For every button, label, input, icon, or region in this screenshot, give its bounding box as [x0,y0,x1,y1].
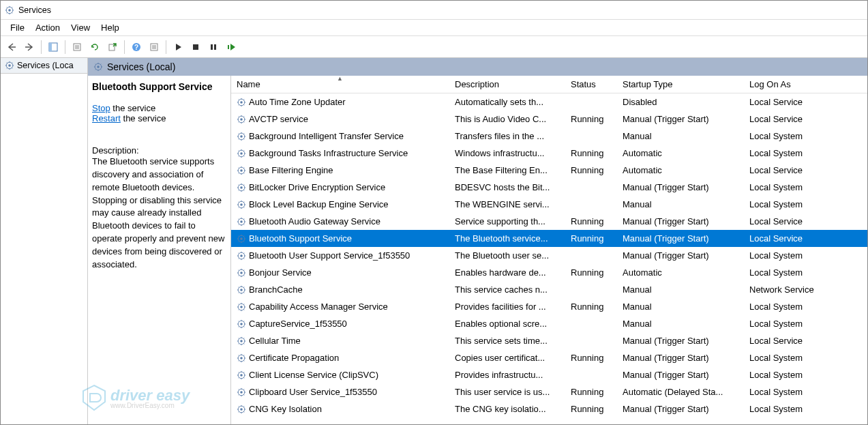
service-name: Bluetooth Support Service [249,233,352,244]
service-startup-type: Manual (Trigger Start) [617,351,744,364]
list-header: Name▲ Description Status Startup Type Lo… [231,76,867,93]
restart-service-button[interactable] [223,39,239,55]
service-name: AVCTP service [249,114,308,124]
tree-item-services-local[interactable]: Services (Loca [1,58,87,74]
service-description: The WBENGINE servi... [449,198,565,211]
list-button[interactable] [146,39,162,55]
service-name: Clipboard User Service_1f53550 [249,387,377,397]
column-status[interactable]: Status [565,76,617,92]
description-text: The Bluetooth service supports discovery… [92,156,225,272]
pause-service-button[interactable] [205,39,222,55]
gear-icon [237,200,246,209]
toolbar-separator [41,40,42,54]
gear-icon [237,405,246,414]
stop-service-button[interactable] [188,39,204,55]
service-row[interactable]: Capability Access Manager ServiceProvide… [231,298,867,315]
column-startup-type[interactable]: Startup Type [617,76,744,92]
service-status [565,101,617,104]
menu-help[interactable]: Help [95,21,125,34]
service-name: BitLocker Drive Encryption Service [249,182,385,192]
service-row[interactable]: AVCTP serviceThis is Audio Video C...Run… [231,111,867,128]
service-description: BDESVC hosts the Bit... [449,181,565,194]
svg-rect-3 [49,43,52,51]
service-log-on-as: Local System [744,147,846,160]
service-status: Running [565,113,617,126]
gear-icon [237,285,246,295]
service-description: Transfers files in the ... [449,130,565,143]
service-startup-type: Automatic [617,266,744,279]
service-row[interactable]: Bluetooth Support ServiceThe Bluetooth s… [231,230,867,247]
service-row[interactable]: Base Filtering EngineThe Base Filtering … [231,162,867,179]
app-icon [5,5,14,15]
service-row[interactable]: BitLocker Drive Encryption ServiceBDESVC… [231,179,867,196]
service-status: Running [565,402,617,415]
service-row[interactable]: Background Tasks Infrastructure ServiceW… [231,145,867,162]
service-description: The CNG key isolatio... [449,402,565,415]
refresh-button[interactable] [87,39,103,55]
service-row[interactable]: Bluetooth User Support Service_1f53550Th… [231,247,867,264]
service-startup-type: Manual [617,130,744,143]
service-log-on-as: Local System [744,181,846,194]
service-name: Block Level Backup Engine Service [249,199,389,209]
service-description: Automatically sets th... [449,96,565,108]
stop-suffix: the service [110,103,155,113]
gear-icon [237,217,246,226]
service-status [565,340,617,342]
export-button[interactable] [104,39,121,55]
toolbar-separator [65,40,65,54]
gear-icon [93,62,103,72]
svg-rect-15 [193,44,198,50]
service-status [565,186,617,189]
column-log-on-as[interactable]: Log On As [744,76,846,92]
service-description: This user service is us... [449,385,565,398]
service-status: Running [565,351,617,364]
service-name: Background Tasks Infrastructure Service [249,148,408,158]
service-log-on-as: Local System [744,402,846,415]
back-button[interactable] [3,39,20,55]
service-row[interactable]: Client License Service (ClipSVC)Provides… [231,366,867,383]
service-name: Client License Service (ClipSVC) [249,370,378,380]
gear-icon [237,251,246,261]
service-row[interactable]: BranchCacheThis service caches n...Manua… [231,281,867,298]
help-button[interactable]: ? [128,39,145,55]
gear-icon [237,115,246,124]
service-row[interactable]: Block Level Backup Engine ServiceThe WBE… [231,196,867,213]
stop-link[interactable]: Stop [92,103,110,113]
show-hide-tree-button[interactable] [45,39,61,55]
gear-icon [237,319,246,329]
column-name[interactable]: Name▲ [231,76,449,92]
menu-action[interactable]: Action [30,21,65,34]
service-row[interactable]: Bonjour ServiceEnables hardware de...Run… [231,264,867,281]
forward-button[interactable] [21,39,38,55]
service-row[interactable]: Bluetooth Audio Gateway ServiceService s… [231,213,867,230]
menu-file[interactable]: File [5,21,30,34]
service-description: The Bluetooth user se... [449,249,565,262]
service-startup-type: Manual (Trigger Start) [617,181,744,194]
properties-button[interactable] [69,39,85,55]
service-log-on-as: Local Service [744,334,846,347]
service-status: Running [565,232,617,245]
service-description: This service sets time... [449,334,565,347]
service-row[interactable]: Background Intelligent Transfer ServiceT… [231,128,867,145]
service-row[interactable]: Auto Time Zone UpdaterAutomatically sets… [231,93,867,111]
column-description[interactable]: Description [449,76,565,92]
service-row[interactable]: Clipboard User Service_1f53550This user … [231,383,867,400]
service-name: Background Intelligent Transfer Service [249,131,404,141]
service-description: The Base Filtering En... [449,164,565,177]
gear-icon [237,370,246,380]
service-status: Running [565,147,617,160]
restart-link[interactable]: Restart [92,113,121,123]
menu-view[interactable]: View [65,21,95,34]
service-description: Copies user certificat... [449,351,565,364]
gear-icon [237,302,246,312]
start-service-button[interactable] [170,39,186,55]
service-row[interactable]: Cellular TimeThis service sets time...Ma… [231,332,867,349]
service-row[interactable]: CaptureService_1f53550Enables optional s… [231,315,867,332]
svg-rect-17 [214,44,216,50]
service-row[interactable]: Certificate PropagationCopies user certi… [231,349,867,366]
service-row[interactable]: CNG Key IsolationThe CNG key isolatio...… [231,400,867,417]
window-title: Services [18,5,51,15]
gear-icon [237,234,246,244]
service-log-on-as: Local System [744,317,846,330]
service-log-on-as: Local System [744,130,846,143]
